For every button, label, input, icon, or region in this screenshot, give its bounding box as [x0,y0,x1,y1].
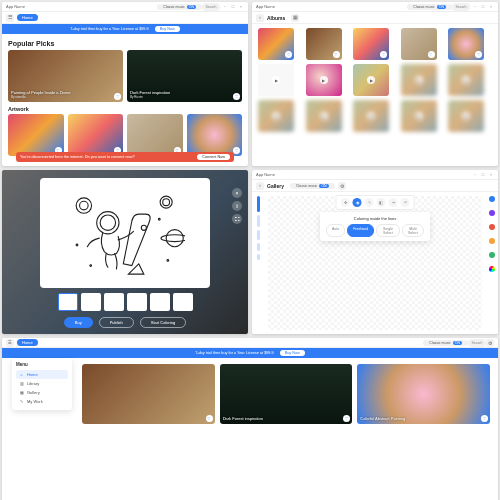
play-icon[interactable]: ▶ [320,112,328,120]
play-icon[interactable]: ▶ [415,112,423,120]
menu-item-gallery[interactable]: ▦Gallery [16,388,68,397]
search-input[interactable]: Search [468,339,486,347]
album-thumb[interactable]: ▶ [353,64,389,96]
play-icon[interactable]: ▶ [320,76,328,84]
favorite-icon[interactable]: ♡ [285,51,292,58]
color-swatch[interactable] [489,210,495,216]
share-icon[interactable]: ⇪ [232,201,242,211]
tool-brush-icon[interactable]: ✎ [365,198,374,207]
home-tab[interactable]: Home [17,14,38,21]
brush-size-2[interactable] [257,215,260,227]
album-thumb-locked[interactable]: ▶ [448,100,484,132]
album-thumb[interactable]: ♡ [258,28,294,60]
search-input[interactable]: Search [202,3,220,11]
album-thumb[interactable]: ♡ [448,28,484,60]
album-thumb-locked[interactable]: ▶ [448,64,484,96]
menu-item-home[interactable]: ⌂Home [16,370,68,379]
music-selector[interactable]: Classic music ON [290,183,335,189]
album-thumb-locked[interactable]: ▶ [401,64,437,96]
mode-single[interactable]: Single Select [376,224,400,237]
close-icon[interactable]: × [488,4,494,10]
album-thumb-locked[interactable]: ▶ [353,100,389,132]
favorite-icon[interactable]: ♡ [428,51,435,58]
brush-size-5[interactable] [257,254,260,260]
expand-icon[interactable]: ⛶ [232,214,242,224]
tool-undo-icon[interactable]: ↶ [401,198,410,207]
menu-icon[interactable]: ☰ [6,339,14,347]
play-icon[interactable]: ▶ [462,76,470,84]
maximize-icon[interactable]: □ [480,172,486,178]
play-icon[interactable]: ▶ [415,76,423,84]
mode-multi[interactable]: Multi Select [402,224,424,237]
artwork-card[interactable]: ♡ [187,114,243,156]
maximize-icon[interactable]: □ [480,4,486,10]
mode-freehand[interactable]: Freehand [347,224,374,237]
album-thumb[interactable]: ♡ [353,28,389,60]
album-thumb[interactable]: ▶ [306,64,342,96]
color-swatch[interactable] [489,224,495,230]
album-thumb-locked[interactable]: ▶ [401,100,437,132]
publish-button[interactable]: Publish [99,317,134,328]
start-coloring-button[interactable]: Start Coloring [140,317,186,328]
buy-button[interactable]: Buy [64,317,93,328]
tool-eraser-icon[interactable]: ◧ [377,198,386,207]
back-icon[interactable]: ‹ [256,14,264,22]
favorite-icon[interactable]: ♡ [114,93,121,100]
settings-icon[interactable]: ⚙ [486,339,494,347]
thumb-1[interactable] [81,293,101,311]
artwork-card[interactable]: ♡ [68,114,124,156]
pick-card[interactable]: Colorful Abstract Painting ♡ [357,364,490,424]
tool-fill-icon[interactable]: ◉ [353,198,362,207]
album-thumb[interactable]: ▶ [258,64,294,96]
thumb-3[interactable] [127,293,147,311]
pick-card[interactable]: Dark Forest inspiration ♡ [220,364,353,424]
pick-card[interactable]: ♡ [82,364,215,424]
play-icon[interactable]: ▶ [272,76,280,84]
album-thumb[interactable]: ♡ [306,28,342,60]
mode-auto[interactable]: Auto [326,224,345,237]
favorite-icon[interactable]: ♡ [343,415,350,422]
brush-size-3[interactable] [257,230,260,240]
thumb-4[interactable] [150,293,170,311]
favorite-icon[interactable]: ♡ [333,51,340,58]
thumb-2[interactable] [104,293,124,311]
music-selector[interactable]: Classic music ON [423,340,468,346]
buy-now-button[interactable]: Buy Now [155,26,180,32]
maximize-icon[interactable]: □ [230,4,236,10]
color-swatch[interactable] [489,196,495,202]
color-swatch[interactable] [489,238,495,244]
minimize-icon[interactable]: − [222,4,228,10]
favorite-icon[interactable]: ♡ [206,415,213,422]
menu-item-library[interactable]: ▥Library [16,379,68,388]
minimize-icon[interactable]: − [472,4,478,10]
search-input[interactable]: Search [452,3,470,11]
close-icon[interactable]: × [232,188,242,198]
buy-now-button[interactable]: Buy Now [280,350,305,356]
music-selector[interactable]: Classic music ON [407,4,452,10]
tool-picker-icon[interactable]: ✑ [389,198,398,207]
brush-size-4[interactable] [257,243,260,251]
grid-view-icon[interactable]: ▦ [291,14,299,22]
menu-icon[interactable]: ☰ [6,14,14,22]
connect-now-button[interactable]: Connect Now [197,154,230,160]
play-icon[interactable]: ▶ [462,112,470,120]
favorite-icon[interactable]: ♡ [481,415,488,422]
settings-icon[interactable]: ⚙ [338,182,346,190]
thumb-5[interactable] [173,293,193,311]
tool-move-icon[interactable]: ✥ [341,198,350,207]
minimize-icon[interactable]: − [472,172,478,178]
album-thumb-locked[interactable]: ▶ [306,100,342,132]
close-icon[interactable]: × [238,4,244,10]
close-icon[interactable]: × [488,172,494,178]
pick-card-0[interactable]: Painting of People Inside a DomeBy utomi… [8,50,123,102]
favorite-icon[interactable]: ♡ [380,51,387,58]
album-thumb-locked[interactable]: ▶ [258,100,294,132]
thumb-0[interactable] [58,293,78,311]
back-icon[interactable]: ‹ [256,182,264,190]
play-icon[interactable]: ▶ [367,112,375,120]
artwork-card[interactable]: ♡ [127,114,183,156]
pick-card-1[interactable]: Dark Forest inspirationBy Ruvim ♡ [127,50,242,102]
favorite-icon[interactable]: ♡ [233,147,240,154]
play-icon[interactable]: ▶ [272,112,280,120]
artwork-card[interactable]: ♡ [8,114,64,156]
